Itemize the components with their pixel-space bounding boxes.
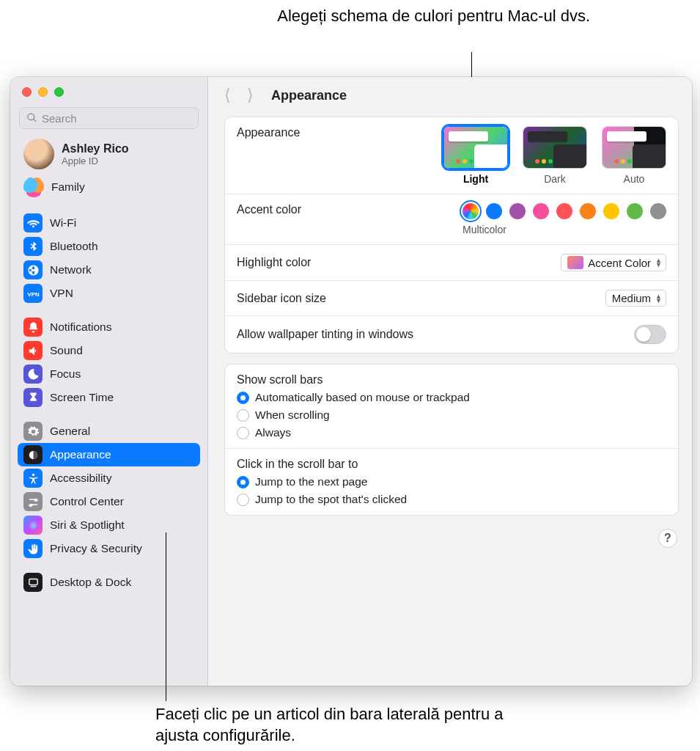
scrollbars-option-2[interactable]: Always bbox=[237, 426, 666, 439]
click-scroll-group: Jump to the next pageJump to the spot th… bbox=[237, 475, 666, 506]
sidebar-item-controlcenter[interactable]: Control Center bbox=[10, 490, 207, 513]
family-label: Family bbox=[51, 180, 85, 194]
bt-icon bbox=[23, 237, 43, 256]
sidebar: Ashley Rico Apple ID Family Wi-FiBluetoo… bbox=[10, 77, 208, 686]
highlight-popup[interactable]: Accent Color ▲▼ bbox=[561, 254, 666, 271]
sidebar-item-label: General bbox=[50, 425, 90, 438]
chevron-updown-icon: ▲▼ bbox=[655, 294, 662, 303]
radio-label: Always bbox=[255, 426, 291, 439]
sidebar-item-siri[interactable]: Siri & Spotlight bbox=[10, 513, 207, 537]
callout-bottom: Faceți clic pe un articol din bara later… bbox=[155, 704, 507, 746]
tinting-toggle[interactable] bbox=[634, 325, 666, 344]
radio-icon bbox=[237, 392, 249, 404]
radio-icon bbox=[237, 409, 249, 422]
sidebar-item-bluetooth[interactable]: Bluetooth bbox=[10, 235, 207, 258]
dock-icon bbox=[23, 573, 43, 592]
radio-label: Jump to the spot that's clicked bbox=[255, 493, 407, 506]
accent-swatch-4[interactable] bbox=[556, 203, 572, 219]
scrollbars-label: Show scroll bars bbox=[237, 373, 666, 387]
tinting-label: Allow wallpaper tinting in windows bbox=[237, 328, 413, 341]
sidebar-item-label: Siri & Spotlight bbox=[50, 519, 125, 532]
scrollbars-group: Automatically based on mouse or trackpad… bbox=[237, 391, 666, 439]
back-button[interactable]: ⟨ bbox=[221, 86, 234, 105]
hand-icon bbox=[23, 539, 43, 558]
sidebar-account[interactable]: Ashley Rico Apple ID bbox=[10, 135, 207, 173]
radio-label: Automatically based on mouse or trackpad bbox=[255, 391, 470, 404]
accent-swatch-7[interactable] bbox=[627, 203, 643, 219]
page-title: Appearance bbox=[267, 88, 347, 103]
click-scroll-label: Click in the scroll bar to bbox=[237, 458, 666, 471]
sidebar-item-appearance[interactable]: Appearance bbox=[18, 443, 200, 466]
svg-point-5 bbox=[29, 521, 38, 530]
close-button[interactable] bbox=[22, 87, 32, 97]
accent-swatch-0[interactable] bbox=[463, 203, 479, 219]
callout-line-bottom bbox=[166, 532, 166, 701]
content-pane: ⟨ ⟩ Appearance Appearance LightDarkAuto bbox=[208, 77, 692, 686]
svg-rect-7 bbox=[30, 585, 37, 586]
sidebar-item-label: Desktop & Dock bbox=[50, 576, 131, 589]
sidebar-item-vpn[interactable]: VPNVPN bbox=[10, 282, 207, 305]
sidebar-item-label: Accessibility bbox=[50, 472, 111, 485]
accent-swatch-3[interactable] bbox=[533, 203, 549, 219]
sidebar-item-network[interactable]: Network bbox=[10, 258, 207, 282]
callout-top: Alegeți schema de culori pentru Mac-ul d… bbox=[231, 6, 590, 27]
settings-window: Ashley Rico Apple ID Family Wi-FiBluetoo… bbox=[10, 77, 692, 686]
svg-point-3 bbox=[34, 498, 37, 500]
sidebar-item-privacy[interactable]: Privacy & Security bbox=[10, 537, 207, 560]
sidebar-item-label: Notifications bbox=[50, 320, 111, 334]
sidebar-item-label: Network bbox=[50, 263, 92, 276]
sidebar-item-sound[interactable]: Sound bbox=[10, 339, 207, 362]
net-icon bbox=[23, 260, 43, 279]
theme-light[interactable]: Light bbox=[443, 126, 508, 185]
appearance-label: Appearance bbox=[237, 126, 300, 139]
zoom-button[interactable] bbox=[54, 87, 64, 97]
access-icon bbox=[23, 469, 43, 488]
hourglass-icon bbox=[23, 388, 43, 407]
sidebar-item-label: Sound bbox=[50, 344, 83, 357]
radio-label: Jump to the next page bbox=[255, 475, 367, 488]
search-input[interactable] bbox=[19, 107, 199, 129]
theme-label: Auto bbox=[624, 173, 645, 185]
scrollbars-option-0[interactable]: Automatically based on mouse or trackpad bbox=[237, 391, 666, 404]
highlight-preview bbox=[567, 256, 583, 269]
minimize-button[interactable] bbox=[38, 87, 48, 97]
accent-swatch-2[interactable] bbox=[509, 203, 526, 219]
sidebar-family[interactable]: Family bbox=[10, 173, 207, 201]
click-scroll-option-1[interactable]: Jump to the spot that's clicked bbox=[237, 493, 666, 506]
accent-swatch-8[interactable] bbox=[650, 203, 666, 219]
radio-icon bbox=[237, 476, 249, 488]
svg-point-2 bbox=[32, 473, 34, 476]
sidebar-item-label: Bluetooth bbox=[50, 240, 98, 253]
help-button[interactable]: ? bbox=[658, 529, 677, 548]
gear-icon bbox=[23, 422, 43, 441]
scrollbars-option-1[interactable]: When scrolling bbox=[237, 409, 666, 422]
siri-icon bbox=[23, 516, 43, 535]
sidebar-item-screentime[interactable]: Screen Time bbox=[10, 386, 207, 409]
sidebar-item-accessibility[interactable]: Accessibility bbox=[10, 466, 207, 490]
sidebar-size-label: Sidebar icon size bbox=[237, 292, 326, 305]
sidebar-size-popup[interactable]: Medium ▲▼ bbox=[605, 290, 666, 307]
click-scroll-option-0[interactable]: Jump to the next page bbox=[237, 475, 666, 488]
scroll-card: Show scroll bars Automatically based on … bbox=[224, 364, 679, 516]
appearance-card: Appearance LightDarkAuto Accent color Mu… bbox=[224, 117, 679, 353]
sidebar-item-desktop[interactable]: Desktop & Dock bbox=[10, 571, 207, 594]
accent-swatch-1[interactable] bbox=[486, 203, 502, 219]
wifi-icon bbox=[23, 213, 43, 232]
window-controls bbox=[10, 77, 207, 104]
accent-swatch-6[interactable] bbox=[603, 203, 619, 219]
radio-icon bbox=[237, 427, 249, 439]
theme-dark[interactable]: Dark bbox=[523, 126, 587, 185]
family-icon bbox=[23, 177, 44, 197]
accent-swatch-5[interactable] bbox=[580, 203, 596, 219]
bell-icon bbox=[23, 318, 43, 337]
radio-icon bbox=[237, 494, 249, 506]
sidebar-item-focus[interactable]: Focus bbox=[10, 362, 207, 386]
accent-selected-label: Multicolor bbox=[463, 224, 506, 235]
sidebar-item-notifications[interactable]: Notifications bbox=[10, 315, 207, 339]
forward-button[interactable]: ⟩ bbox=[244, 86, 257, 105]
sidebar-item-general[interactable]: General bbox=[10, 420, 207, 443]
accent-swatches bbox=[463, 203, 666, 219]
sidebar-item-wifi[interactable]: Wi-Fi bbox=[10, 211, 207, 235]
theme-auto[interactable]: Auto bbox=[602, 126, 666, 185]
accent-label: Accent color bbox=[237, 203, 301, 216]
